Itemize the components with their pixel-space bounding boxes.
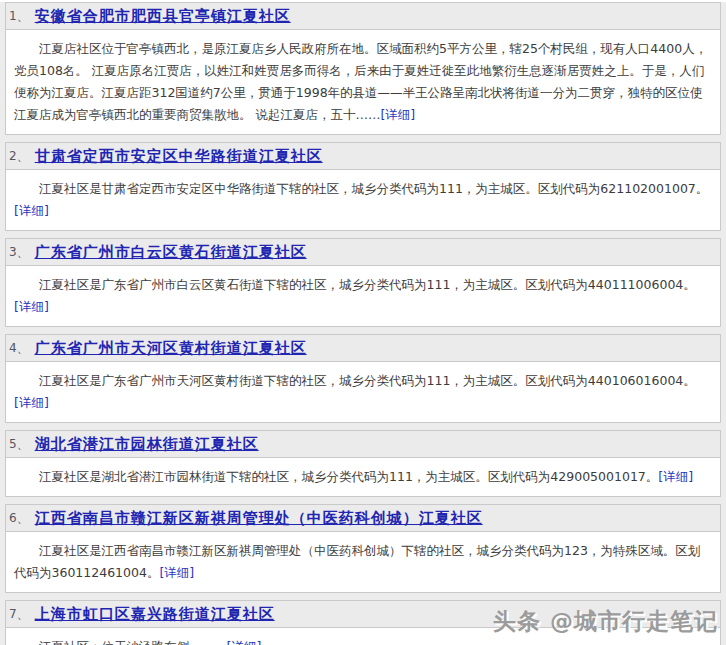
entry-header: 4、 广东省广州市天河区黄村街道江夏社区 [6,335,720,362]
detail-link[interactable]: [详细] [380,107,415,122]
detail-link[interactable]: [详细] [227,639,262,645]
result-entry-7: 7、 上海市虹口区嘉兴路街道江夏社区 江夏社区：位于沙泾路东侧。……[详细] [5,600,721,645]
entry-header: 2、 甘肃省定西市安定区中华路街道江夏社区 [6,143,720,170]
entry-header: 5、 湖北省潜江市园林街道江夏社区 [6,431,720,458]
entry-number: 5、 [9,436,29,453]
entry-description: 江夏社区是湖北省潜江市园林街道下辖的社区，城乡分类代码为111，为主城区。区划代… [39,469,658,484]
entry-title-link[interactable]: 江西省南昌市赣江新区新祺周管理处（中医药科创城）江夏社区 [35,509,483,528]
entry-body: 江夏社区是广东省广州市白云区黄石街道下辖的社区，城乡分类代码为111，为主城区。… [6,266,720,326]
result-entry-5: 5、 湖北省潜江市园林街道江夏社区 江夏社区是湖北省潜江市园林街道下辖的社区，城… [5,430,721,497]
entry-description: 江夏社区：位于沙泾路东侧。…… [39,639,227,645]
entry-number: 7、 [9,606,29,623]
entry-body: 江夏社区是甘肃省定西市安定区中华路街道下辖的社区，城乡分类代码为111，为主城区… [6,170,720,230]
entry-number: 2、 [9,148,29,165]
detail-link[interactable]: [详细] [658,469,693,484]
result-entry-6: 6、 江西省南昌市赣江新区新祺周管理处（中医药科创城）江夏社区 江夏社区是江西省… [5,504,721,593]
entry-description: 江夏店社区位于官亭镇西北，是原江夏店乡人民政府所在地。区域面积约5平方公里，辖2… [14,41,707,122]
entry-header: 6、 江西省南昌市赣江新区新祺周管理处（中医药科创城）江夏社区 [6,505,720,532]
entry-header: 1、 安徽省合肥市肥西县官亭镇江夏社区 [6,3,720,30]
result-entry-2: 2、 甘肃省定西市安定区中华路街道江夏社区 江夏社区是甘肃省定西市安定区中华路街… [5,142,721,231]
entry-description: 江夏社区是江西省南昌市赣江新区新祺周管理处（中医药科创城）下辖的社区，城乡分类代… [14,543,700,580]
entry-description: 江夏社区是甘肃省定西市安定区中华路街道下辖的社区，城乡分类代码为111，为主城区… [39,181,708,196]
entry-body: 江夏店社区位于官亭镇西北，是原江夏店乡人民政府所在地。区域面积约5平方公里，辖2… [6,30,720,134]
entry-title-link[interactable]: 广东省广州市天河区黄村街道江夏社区 [35,339,307,358]
entry-body: 江夏社区是湖北省潜江市园林街道下辖的社区，城乡分类代码为111，为主城区。区划代… [6,458,720,496]
entry-title-link[interactable]: 安徽省合肥市肥西县官亭镇江夏社区 [35,7,291,26]
entry-number: 6、 [9,510,29,527]
detail-link[interactable]: [详细] [159,565,194,580]
result-entry-1: 1、 安徽省合肥市肥西县官亭镇江夏社区 江夏店社区位于官亭镇西北，是原江夏店乡人… [5,2,721,135]
entry-body: 江夏社区是广东省广州市天河区黄村街道下辖的社区，城乡分类代码为111，为主城区。… [6,362,720,422]
entry-number: 1、 [9,8,29,25]
entry-title-link[interactable]: 湖北省潜江市园林街道江夏社区 [35,435,259,454]
entry-body: 江夏社区：位于沙泾路东侧。……[详细] [6,628,720,645]
detail-link[interactable]: [详细] [14,299,49,314]
result-entry-4: 4、 广东省广州市天河区黄村街道江夏社区 江夏社区是广东省广州市天河区黄村街道下… [5,334,721,423]
entry-description: 江夏社区是广东省广州市白云区黄石街道下辖的社区，城乡分类代码为111，为主城区。… [39,277,696,292]
entry-description: 江夏社区是广东省广州市天河区黄村街道下辖的社区，城乡分类代码为111，为主城区。… [39,373,696,388]
entry-number: 3、 [9,244,29,261]
entry-body: 江夏社区是江西省南昌市赣江新区新祺周管理处（中医药科创城）下辖的社区，城乡分类代… [6,532,720,592]
detail-link[interactable]: [详细] [14,203,49,218]
entry-header: 7、 上海市虹口区嘉兴路街道江夏社区 [6,601,720,628]
entry-title-link[interactable]: 上海市虹口区嘉兴路街道江夏社区 [35,605,275,624]
detail-link[interactable]: [详细] [14,395,49,410]
result-entry-3: 3、 广东省广州市白云区黄石街道江夏社区 江夏社区是广东省广州市白云区黄石街道下… [5,238,721,327]
entry-title-link[interactable]: 广东省广州市白云区黄石街道江夏社区 [35,243,307,262]
entry-number: 4、 [9,340,29,357]
entry-header: 3、 广东省广州市白云区黄石街道江夏社区 [6,239,720,266]
entry-title-link[interactable]: 甘肃省定西市安定区中华路街道江夏社区 [35,147,323,166]
